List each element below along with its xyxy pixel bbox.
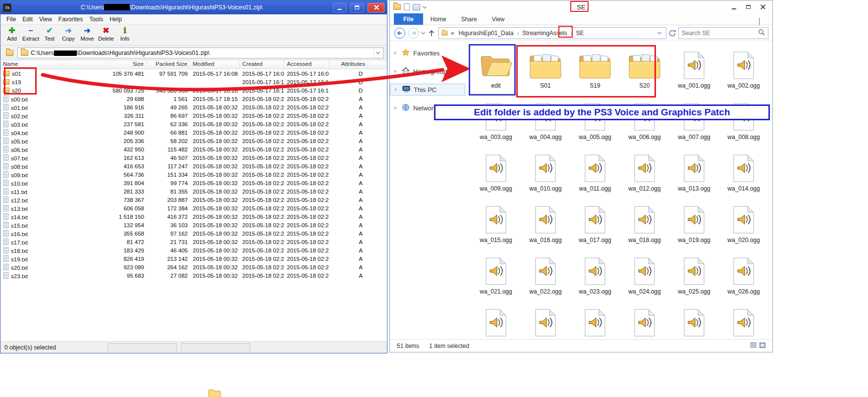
archive-item-s19.txt[interactable]: s19.txt826 419213 1422015-05-18 00:32201…	[0, 254, 387, 263]
file-item[interactable]	[719, 302, 768, 339]
file-item-wa_008.ogg[interactable]: wa_008.ogg	[719, 97, 768, 148]
archive-item-s05.txt[interactable]: s05.txt205 33658 2022015-05-18 00:322015…	[0, 137, 387, 145]
expand-ribbon-button[interactable]	[759, 18, 760, 25]
archive-item-s08.txt[interactable]: s08.txt416 653117 2472015-05-18 00:32201…	[0, 162, 387, 170]
file-item-wa_026.ogg[interactable]: wa_026.ogg	[719, 251, 768, 302]
search-input[interactable]	[682, 30, 758, 37]
file-item-wa_005.ogg[interactable]: wa_005.ogg	[570, 97, 620, 148]
column-header-accessed[interactable]: Accessed	[284, 60, 329, 69]
file-item-wa_014.ogg[interactable]: wa_014.ogg	[719, 148, 768, 199]
maximize-button[interactable]	[742, 2, 755, 12]
archive-item-s01[interactable]: s01105 376 48197 591 7092015-05-17 16:08…	[0, 69, 387, 78]
column-header-name[interactable]: Name	[0, 60, 107, 69]
archive-item-s06.txt[interactable]: s06.txt432 950115 4822015-05-18 00:32201…	[0, 145, 387, 153]
address-dropdown-button[interactable]	[655, 32, 664, 34]
file-item-wa_001.ogg[interactable]: wa_001.ogg	[669, 45, 719, 97]
folder-item-S19[interactable]: S19	[570, 45, 620, 97]
menu-edit[interactable]: Edit	[20, 15, 37, 24]
sidebar-item-this-pc[interactable]: This PC	[390, 84, 465, 96]
file-item-wa_020.ogg[interactable]: wa_020.ogg	[719, 199, 768, 251]
archive-item-s18.txt[interactable]: s18.txt183 42946 4052015-05-18 00:322015…	[0, 246, 387, 254]
maximize-button[interactable]	[350, 3, 364, 12]
archive-item-s07.txt[interactable]: s07.txt162 61346 5072015-05-18 00:322015…	[0, 153, 387, 162]
expand-triangle-icon[interactable]	[394, 106, 397, 110]
info-button[interactable]: ℹInfo	[115, 26, 134, 42]
breadcrumb-segment-streamingassets[interactable]: StreamingAssets	[520, 30, 569, 37]
search-icon[interactable]	[758, 29, 765, 38]
minimize-button[interactable]	[333, 3, 346, 12]
sevenzip-titlebar[interactable]: 7z C:\Users\Downloads\Higurashi\Higurash…	[0, 0, 387, 14]
file-item-wa_019.ogg[interactable]: wa_019.ogg	[669, 199, 719, 251]
archive-item-s00.txt[interactable]: s00.txt29 6881 5612015-05-17 18:152015-0…	[0, 95, 387, 103]
add-button[interactable]: ✚Add	[2, 26, 21, 42]
file-item-wa_016.ogg[interactable]: wa_016.ogg	[521, 199, 570, 251]
archive-item-s17.txt[interactable]: s17.txt81 47221 7312015-05-18 00:322015-…	[0, 238, 387, 246]
archive-item-s23.txt[interactable]: s23.txt95 68327 0822015-05-18 00:322015-…	[0, 271, 387, 280]
archive-item-s10.txt[interactable]: s10.txt391 80499 7742015-05-18 00:322015…	[0, 179, 387, 187]
column-header-modified[interactable]: Modified	[190, 60, 240, 69]
address-bar[interactable]: C:\Users\Downloads\Higurashi\HigurashiPS…	[17, 48, 383, 58]
file-item-wa_010.ogg[interactable]: wa_010.ogg	[521, 148, 570, 199]
file-item-wa_017.ogg[interactable]: wa_017.ogg	[570, 199, 620, 251]
archive-item-s12.txt[interactable]: s12.txt738 367203 8872015-05-18 00:32201…	[0, 196, 387, 204]
tab-file[interactable]: File	[394, 13, 423, 25]
recent-locations-button[interactable]	[422, 32, 425, 34]
move-button[interactable]: ➜Move	[78, 26, 97, 42]
explorer-titlebar[interactable]: SE	[390, 0, 772, 13]
refresh-button[interactable]	[668, 29, 676, 37]
qat-customize-chevron-icon[interactable]	[423, 4, 427, 8]
folder-item-S20[interactable]: S20	[620, 45, 669, 97]
menu-tools[interactable]: Tools	[87, 15, 108, 24]
archive-item-s02.txt[interactable]: s02.txt326 31186 6972015-05-18 00:322015…	[0, 111, 387, 120]
file-item-wa_013.ogg[interactable]: wa_013.ogg	[669, 148, 719, 199]
file-item-wa_007.ogg[interactable]: wa_007.ogg	[669, 97, 719, 148]
breadcrumb-segment-se[interactable]: SE	[574, 30, 586, 37]
up-button[interactable]	[427, 28, 436, 38]
archive-item-s16.txt[interactable]: s16.txt355 65897 1622015-05-18 00:322015…	[0, 229, 387, 238]
tab-share[interactable]: Share	[454, 13, 485, 25]
close-button[interactable]	[756, 2, 769, 12]
archive-item-s20.txt[interactable]: s20.txt923 089264 1622015-05-18 00:32201…	[0, 263, 387, 271]
archive-item-s09.txt[interactable]: s09.txt564 736151 3342015-05-18 00:32201…	[0, 170, 387, 179]
test-button[interactable]: ✔Test	[40, 26, 59, 42]
file-item-wa_002.ogg[interactable]: wa_002.ogg	[719, 45, 768, 97]
archive-item-s20[interactable]: s20580 093 725543 383 9662015-05-17 16:1…	[0, 86, 387, 95]
file-item-wa_011.ogg[interactable]: wa_011.ogg	[570, 148, 620, 199]
column-header-packed-size[interactable]: Packed Size	[147, 60, 190, 69]
column-header-size[interactable]: Size	[107, 60, 147, 69]
folder-item-edit[interactable]: edit	[471, 45, 521, 97]
back-button[interactable]	[394, 27, 406, 39]
delete-button[interactable]: ✖Delete	[97, 26, 115, 42]
large-icons-view-button[interactable]	[760, 343, 765, 349]
file-item-wa_023.ogg[interactable]: wa_023.ogg	[570, 251, 620, 302]
file-item-wa_012.ogg[interactable]: wa_012.ogg	[620, 148, 669, 199]
file-item-wa_024.ogg[interactable]: wa_024.ogg	[620, 251, 669, 302]
expand-triangle-icon[interactable]	[394, 69, 397, 73]
file-item-wa_025.ogg[interactable]: wa_025.ogg	[669, 251, 719, 302]
expand-triangle-icon[interactable]	[394, 51, 397, 55]
archive-item-s13.txt[interactable]: s13.txt606 058172 3842015-05-18 00:32201…	[0, 204, 387, 212]
taskbar-folder-icon[interactable]	[208, 389, 221, 397]
archive-item-s15.txt[interactable]: s15.txt132 95436 1032015-05-18 00:322015…	[0, 221, 387, 229]
archive-item-s14.txt[interactable]: s14.txt1 518 150416 3722015-05-18 00:322…	[0, 212, 387, 221]
forward-button[interactable]	[408, 27, 420, 39]
file-item-wa_006.ogg[interactable]: wa_006.ogg	[620, 97, 669, 148]
file-item[interactable]	[620, 302, 669, 339]
folder-item-S01[interactable]: S01	[521, 45, 570, 97]
file-item-wa_018.ogg[interactable]: wa_018.ogg	[620, 199, 669, 251]
menu-help[interactable]: Help	[108, 15, 126, 24]
search-box[interactable]	[678, 27, 768, 39]
sidebar-item-homegroup[interactable]: Homegroup	[390, 65, 471, 77]
file-item-wa_022.ogg[interactable]: wa_022.ogg	[521, 251, 570, 302]
address-dropdown-button[interactable]	[374, 48, 382, 58]
tab-view[interactable]: View	[485, 13, 512, 25]
expand-triangle-icon[interactable]	[395, 88, 397, 92]
file-item-wa_003.ogg[interactable]: wa_003.ogg	[471, 97, 521, 148]
minimize-button[interactable]	[727, 2, 740, 12]
sidebar-item-favorites[interactable]: Favorites	[390, 47, 471, 59]
breadcrumb-segment-data[interactable]: HigurashiEp01_Data	[457, 30, 516, 37]
file-item[interactable]	[570, 302, 620, 339]
menu-file[interactable]: File	[4, 15, 20, 24]
copy-button[interactable]: ➜Copy	[59, 26, 78, 42]
archive-item-s04.txt[interactable]: s04.txt248 90066 8812015-05-18 00:322015…	[0, 128, 387, 137]
